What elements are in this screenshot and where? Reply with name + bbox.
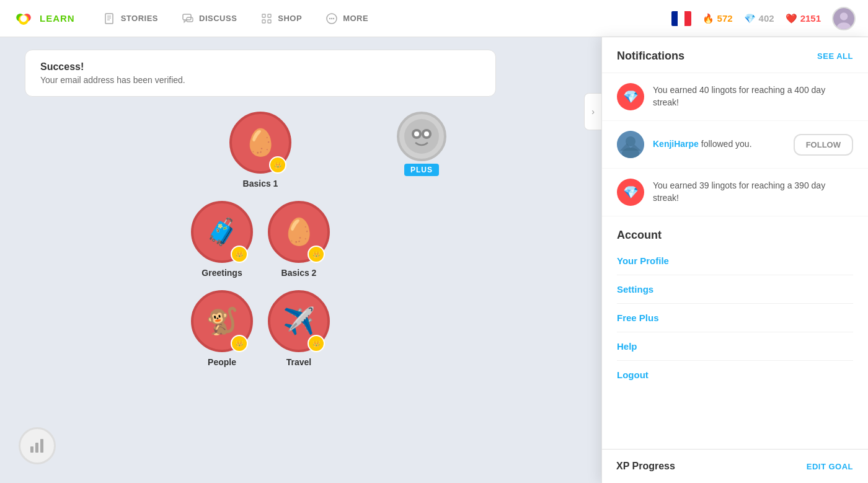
close-panel-button[interactable]: ›: [584, 93, 601, 130]
duo-owl-icon: [12, 7, 35, 30]
lesson-circle-travel: ✈️ 👑: [268, 290, 330, 352]
shop-label: SHOP: [278, 14, 302, 23]
lesson-row-3: 🐒 👑 People ✈️ 👑: [191, 290, 330, 367]
lesson-circle-basics1: 🥚 👑: [229, 112, 291, 174]
crown-icon-basics2: 👑: [312, 251, 320, 258]
learn-label: LEARN: [40, 13, 75, 24]
success-banner: Success! Your email address has been ver…: [25, 50, 496, 97]
svg-point-3: [20, 15, 27, 22]
more-label: MORE: [343, 14, 368, 23]
strength-widget[interactable]: [19, 427, 56, 464]
lesson-emoji-basics2: 🥚: [283, 219, 315, 245]
svg-rect-26: [30, 446, 33, 453]
follow-button[interactable]: FOLLOW: [794, 134, 853, 156]
streak-icon: 🔥: [702, 13, 714, 24]
nav-stories[interactable]: STORIES: [94, 7, 168, 30]
nav-items: STORIES DISCUSS SHOP: [94, 7, 671, 30]
avatar-image: [833, 8, 854, 29]
crown-badge-greetings: 👑: [231, 246, 248, 263]
svg-rect-28: [40, 439, 43, 453]
main-content: Success! Your email address has been ver…: [0, 37, 868, 483]
nav-stats: 🔥 572 💎 402 ❤️ 2151: [671, 7, 856, 30]
notif-text-3: You earned 39 lingots for reaching a 390…: [653, 180, 853, 204]
svg-rect-27: [35, 443, 38, 453]
user-avatar[interactable]: [832, 7, 856, 30]
follower-avatar-image: [617, 131, 644, 158]
nav-logo[interactable]: LEARN: [12, 7, 75, 30]
notif-text-content-1: You earned 40 lingots for reaching a 400…: [653, 85, 825, 107]
xp-progress-section: XP Progress EDIT GOAL: [601, 449, 868, 483]
stories-label: STORIES: [121, 14, 158, 23]
svg-point-19: [840, 12, 848, 20]
crown-badge-basics2: 👑: [308, 246, 325, 263]
nav-more[interactable]: MORE: [316, 7, 378, 30]
crown-badge-people: 👑: [231, 335, 248, 352]
streak-stat[interactable]: 🔥 572: [702, 13, 733, 24]
crown-icon-greetings: 👑: [236, 251, 243, 258]
follower-username[interactable]: KenjiHarpe: [653, 139, 699, 149]
crown-badge-basics1: 👑: [269, 156, 286, 174]
account-section: Account Your Profile Settings Free Plus …: [602, 216, 868, 394]
hearts-stat[interactable]: ❤️ 2151: [786, 13, 821, 24]
discuss-label: DISCUSS: [199, 14, 237, 23]
notifications-title: Notifications: [617, 50, 684, 63]
help-link[interactable]: Help: [617, 332, 853, 361]
notification-item-2: KenjiHarpe followed you. FOLLOW: [602, 121, 868, 169]
notification-item-3: 💎 You earned 39 lingots for reaching a 3…: [602, 169, 868, 216]
svg-rect-12: [262, 20, 265, 23]
success-subtitle: Your email address has been verified.: [40, 75, 480, 85]
nav-shop[interactable]: SHOP: [250, 7, 312, 30]
svg-rect-4: [105, 14, 113, 24]
lesson-emoji-people: 🐒: [206, 308, 238, 334]
account-title: Account: [617, 229, 853, 242]
notif-text-content-3: You earned 39 lingots for reaching a 390…: [653, 180, 825, 203]
lingot-icon-2: 💎: [617, 179, 644, 206]
lesson-people[interactable]: 🐒 👑 People: [191, 290, 253, 367]
xp-progress-title: XP Progress: [616, 461, 675, 472]
language-flag[interactable]: [671, 11, 691, 26]
gems-stat[interactable]: 💎 402: [744, 13, 774, 24]
svg-rect-13: [268, 20, 271, 23]
lesson-label-travel: Travel: [286, 357, 311, 367]
strength-icon: [28, 436, 46, 455]
followed-text: followed you.: [699, 139, 752, 149]
lessons-container: PLUS 🥚 👑 Basics 1: [25, 112, 496, 367]
shop-icon: [260, 12, 273, 25]
see-all-link[interactable]: SEE ALL: [817, 51, 853, 61]
hearts-icon: ❤️: [786, 13, 797, 24]
lesson-circle-greetings: 🧳 👑: [191, 201, 253, 263]
gems-icon: 💎: [744, 13, 756, 24]
lesson-circle-people: 🐒 👑: [191, 290, 253, 352]
crown-icon-people: 👑: [236, 340, 243, 347]
lesson-label-greetings: Greetings: [202, 268, 242, 278]
gems-value: 402: [759, 13, 774, 24]
navbar: LEARN STORIES DISCUSS: [0, 0, 868, 37]
lesson-travel[interactable]: ✈️ 👑 Travel: [268, 290, 330, 367]
book-icon: [104, 12, 116, 25]
lesson-row-1: 🥚 👑 Basics 1: [229, 112, 291, 188]
more-icon: [326, 12, 338, 25]
hearts-value: 2151: [800, 13, 821, 24]
streak-value: 572: [717, 13, 733, 24]
discuss-icon: [182, 12, 194, 25]
lesson-basics2[interactable]: 🥚 👑 Basics 2: [268, 201, 330, 278]
chevron-right-icon: ›: [591, 107, 595, 117]
lessons-grid: 🥚 👑 Basics 1 🧳 👑: [25, 112, 496, 367]
edit-goal-link[interactable]: EDIT GOAL: [807, 462, 853, 471]
lesson-circle-basics2: 🥚 👑: [268, 201, 330, 263]
logout-link[interactable]: Logout: [617, 361, 853, 389]
notif-text-2: KenjiHarpe followed you.: [653, 138, 785, 151]
settings-link[interactable]: Settings: [617, 275, 853, 304]
free-plus-link[interactable]: Free Plus: [617, 304, 853, 332]
your-profile-link[interactable]: Your Profile: [617, 247, 853, 275]
lesson-label-basics2: Basics 2: [281, 268, 317, 278]
lesson-label-people: People: [208, 357, 236, 367]
crown-icon-travel: 👑: [312, 340, 320, 347]
svg-point-17: [333, 17, 334, 19]
lesson-emoji-travel: ✈️: [283, 308, 315, 334]
success-title: Success!: [40, 61, 480, 73]
nav-discuss[interactable]: DISCUSS: [172, 7, 247, 30]
svg-point-16: [331, 17, 332, 19]
lesson-basics1[interactable]: 🥚 👑 Basics 1: [229, 112, 291, 188]
lesson-greetings[interactable]: 🧳 👑 Greetings: [191, 201, 253, 278]
